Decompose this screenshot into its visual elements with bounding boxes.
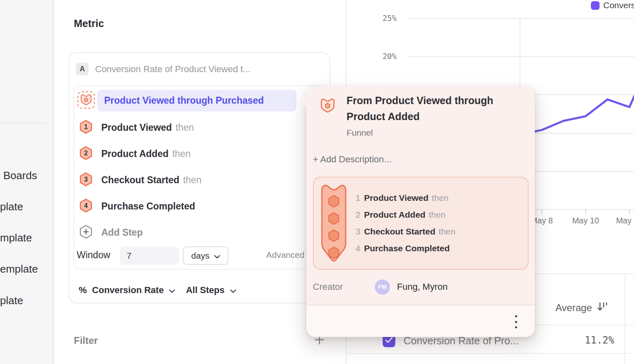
creator-name: Fung, Myron: [397, 282, 448, 292]
popover-steps-list: 1Product Viewedthen2Product Addedthen3Ch…: [356, 189, 455, 257]
window-label: Window: [77, 250, 110, 261]
funnel-events-card: Product Viewed through Purchased 1Produc…: [73, 85, 326, 270]
filter-section: Filter: [74, 333, 325, 348]
step-event-name: Product Added: [101, 148, 169, 159]
creator-row: Creator FM Fung, Myron: [313, 279, 448, 295]
chevron-down-icon: [169, 285, 175, 296]
svg-text:3: 3: [84, 176, 88, 183]
popover-step-number: 3: [356, 227, 360, 237]
creator-label: Creator: [313, 282, 375, 292]
metric-card: A Conversion Rate of Product Viewed t...…: [69, 52, 330, 303]
metric-section-title: Metric: [74, 18, 104, 30]
window-unit-select[interactable]: days: [183, 246, 228, 265]
x-axis-tick: [541, 209, 542, 213]
add-description-button[interactable]: + Add Description...: [313, 154, 391, 165]
chevron-down-icon: [214, 251, 220, 261]
step-number-hexagon-icon: 1: [80, 120, 92, 136]
svg-text:1: 1: [84, 123, 88, 130]
step-then-label: then: [176, 122, 194, 133]
popover-step-then: then: [439, 227, 456, 237]
measure-type-dropdown[interactable]: Conversion Rate: [92, 285, 176, 296]
funnel-steps-list: 1Product Viewedthen2Product Addedthen3Ch…: [80, 114, 201, 219]
x-axis-tick-label: May 12: [608, 216, 634, 225]
average-column-header[interactable]: Average: [545, 299, 619, 316]
popover-title: From Product Viewed through Product Adde…: [347, 93, 525, 125]
window-value-input[interactable]: 7: [120, 246, 179, 265]
popover-step-number: 1: [356, 193, 360, 203]
step-number-hexagon-icon: 4: [80, 198, 92, 214]
add-step-hexagon-plus-icon: [80, 225, 92, 241]
chevron-down-icon: [230, 285, 236, 296]
sidebar-item-emplate[interactable]: emplate: [0, 259, 38, 279]
popover-type-label: Funnel: [347, 128, 373, 138]
advanced-link[interactable]: Advanced: [266, 250, 304, 260]
step-number-hexagon-icon: 2: [80, 146, 92, 162]
svg-text:4: 4: [84, 202, 88, 209]
sidebar-item-mplate[interactable]: mplate: [0, 228, 32, 248]
sidebar-item-plate[interactable]: plate: [0, 291, 23, 310]
popover-step-name: Checkout Started: [364, 227, 436, 237]
measure-type-value: Conversion Rate: [92, 285, 164, 296]
funnel-step-row[interactable]: 2Product Addedthen: [80, 141, 201, 167]
funnel-step-row[interactable]: 3Checkout Startedthen: [80, 167, 201, 193]
step-event-name: Checkout Started: [101, 175, 179, 186]
funnel-details-popover: From Product Viewed through Product Adde…: [306, 86, 535, 337]
funnel-icon: [320, 98, 335, 114]
step-event-name: Product Viewed: [101, 122, 172, 133]
funnel-icon: [80, 93, 92, 107]
step-then-label: then: [183, 175, 201, 186]
sidebar-item-boards[interactable]: Boards: [0, 166, 37, 185]
series-row: A Conversion Rate of Product Viewed t...: [76, 63, 251, 75]
sidebar: Boardsplatemplateemplateplate: [0, 0, 54, 364]
x-axis-tick: [585, 209, 586, 213]
popover-step-then: then: [432, 193, 449, 203]
x-axis-tick: [629, 209, 630, 213]
funnel-banner-icon: [320, 183, 348, 266]
popover-step-row: 4Purchase Completed: [356, 240, 455, 257]
average-header-label: Average: [556, 302, 592, 314]
step-then-label: then: [172, 148, 191, 159]
sidebar-item-plate[interactable]: plate: [0, 197, 23, 216]
popover-step-name: Product Viewed: [364, 193, 429, 203]
selected-funnel-pill[interactable]: Product Viewed through Purchased: [97, 90, 296, 111]
plus-icon: [314, 339, 325, 346]
popover-step-number: 4: [356, 243, 360, 253]
funnel-analysis-screen: Boardsplatemplateemplateplate Metric A C…: [0, 0, 634, 364]
svg-text:2: 2: [84, 150, 88, 157]
measure-symbol: %: [79, 285, 87, 296]
funnel-type-icon-button[interactable]: [78, 91, 95, 109]
add-step-button[interactable]: Add Step: [80, 219, 143, 246]
checkmark-icon: [385, 337, 393, 345]
sort-descending-icon: [597, 302, 609, 314]
popover-step-name: Product Added: [364, 210, 426, 220]
measure-row: % Conversion Rate All Steps: [79, 281, 236, 299]
popover-step-row: 3Checkout Startedthen: [356, 223, 455, 240]
filter-section-title: Filter: [74, 335, 98, 346]
x-axis-tick-label: May 10: [564, 216, 607, 225]
funnel-preview-card: 1Product Viewedthen2Product Addedthen3Ch…: [313, 177, 529, 270]
series-badge: A: [76, 63, 89, 75]
window-unit-value: days: [191, 251, 209, 261]
popover-step-row: 2Product Addedthen: [356, 206, 455, 223]
popover-step-row: 1Product Viewedthen: [356, 189, 455, 206]
popover-step-number: 2: [356, 210, 360, 220]
step-number-hexagon-icon: 3: [80, 172, 92, 188]
row-average-value: 11.2%: [533, 334, 614, 346]
table-column-divider: [625, 273, 625, 364]
popover-arrow: [300, 93, 307, 107]
funnel-step-row[interactable]: 1Product Viewedthen: [80, 114, 201, 141]
popover-step-then: then: [429, 210, 445, 220]
more-options-button[interactable]: [513, 315, 519, 328]
sidebar-divider: [0, 123, 46, 123]
table-row-border: [346, 353, 634, 354]
creator-avatar: FM: [375, 280, 390, 295]
series-title[interactable]: Conversion Rate of Product Viewed t...: [95, 64, 251, 75]
steps-scope-dropdown[interactable]: All Steps: [186, 285, 236, 296]
funnel-step-row[interactable]: 4Purchase Completed: [80, 193, 201, 219]
window-row: Window 7 days Advanced: [77, 246, 323, 265]
steps-scope-value: All Steps: [186, 285, 224, 296]
step-event-name: Purchase Completed: [101, 201, 195, 212]
popover-step-name: Purchase Completed: [364, 243, 450, 253]
popover-footer: [306, 305, 535, 337]
